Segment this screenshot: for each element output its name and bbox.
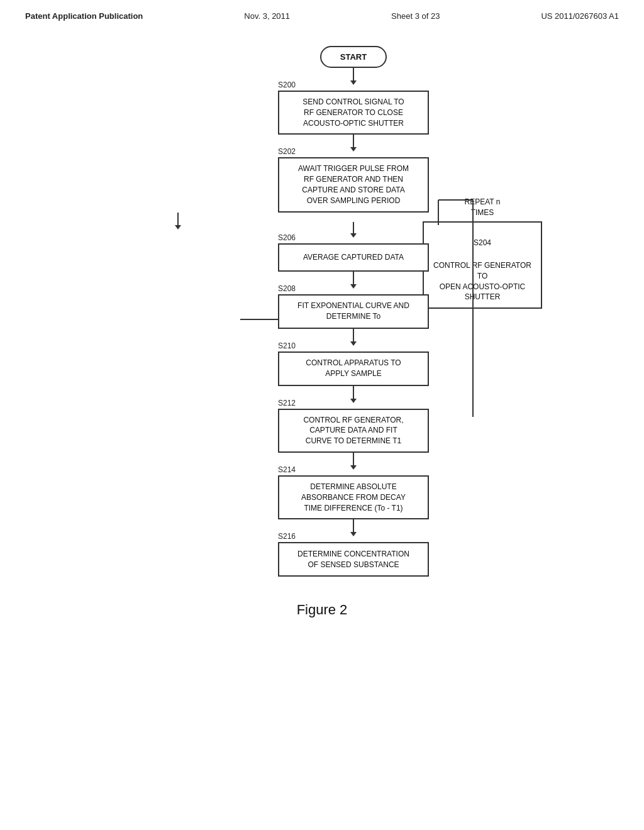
s216-label: S216 xyxy=(278,532,429,541)
s210-box: CONTROL APPARATUS TO APPLY SAMPLE xyxy=(278,351,429,386)
s216-box: DETERMINE CONCENTRATION OF SENSED SUBSTA… xyxy=(278,542,429,577)
s208-box: FIT EXPONENTIAL CURVE AND DETERMINE To xyxy=(278,294,429,329)
header-patent: US 2011/0267603 A1 xyxy=(541,11,619,21)
header-sheet: Sheet 3 of 23 xyxy=(391,11,440,21)
s202-label: S202 xyxy=(278,147,429,156)
s208-label: S208 xyxy=(278,284,429,293)
header-publication: Patent Application Publication xyxy=(25,11,143,21)
diagram-area: START S200 SEND CONTROL SIGNAL TO RF GEN… xyxy=(0,27,644,631)
s204-label: S204 xyxy=(430,238,535,248)
s214-label: S214 xyxy=(278,465,429,474)
figure-label: Figure 2 xyxy=(297,602,348,617)
s206-box: AVERAGE CAPTURED DATA xyxy=(278,243,429,272)
s202-box: AWAIT TRIGGER PULSE FROM RF GENERATOR AN… xyxy=(278,157,429,212)
s204-box: S204 CONTROL RF GENERATOR TO OPEN ACOUST… xyxy=(423,221,542,309)
start-label: START xyxy=(340,52,367,62)
s212-label: S212 xyxy=(278,399,429,407)
s206-label: S206 xyxy=(278,233,429,242)
repeat-label: REPEAT nTIMES xyxy=(465,197,501,218)
start-node: START xyxy=(320,46,387,68)
figure-caption: Figure 2 xyxy=(297,602,348,618)
s214-box: DETERMINE ABSOLUTE ABSORBANCE FROM DECAY… xyxy=(278,475,429,519)
s200-label: S200 xyxy=(278,80,429,89)
s200-box: SEND CONTROL SIGNAL TO RF GENERATOR TO C… xyxy=(278,91,429,135)
page-header: Patent Application Publication Nov. 3, 2… xyxy=(0,0,644,27)
header-date: Nov. 3, 2011 xyxy=(244,11,290,21)
s212-box: CONTROL RF GENERATOR, CAPTURE DATA AND F… xyxy=(278,409,429,453)
s210-label: S210 xyxy=(278,341,429,350)
